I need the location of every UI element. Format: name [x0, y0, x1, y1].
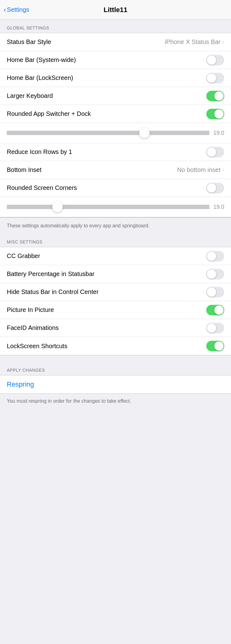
- nav-back-button[interactable]: ‹ Settings: [4, 6, 29, 13]
- hide-status-bar-label: Hide Status Bar in Control Center: [7, 288, 99, 296]
- spacer-before-apply: [0, 355, 231, 362]
- cc-grabber-toggle[interactable]: [206, 251, 224, 261]
- respring-note: You must respring in order for the chang…: [0, 394, 231, 411]
- reduce-icon-rows-label: Reduce Icon Rows by 1: [7, 148, 72, 156]
- rounded-screen-corners-row: Rounded Screen Corners: [0, 179, 231, 197]
- bottom-inset-chevron-icon: ›: [222, 167, 224, 173]
- battery-percentage-toggle[interactable]: [206, 269, 224, 279]
- reduce-icon-rows-toggle-thumb: [207, 147, 216, 157]
- faceid-animations-toggle-thumb: [207, 323, 216, 333]
- rounded-screen-corners-label: Rounded Screen Corners: [7, 184, 77, 191]
- rounded-app-switcher-label: Rounded App Switcher + Dock: [7, 110, 91, 117]
- faceid-animations-label: FaceID Animations: [7, 324, 59, 331]
- global-settings-header: Global Settings: [0, 20, 231, 33]
- slider2-row: 19.0: [0, 197, 231, 217]
- lockscreen-shortcuts-toggle[interactable]: [206, 341, 224, 351]
- home-bar-system-row: Home Bar (System-wide): [0, 51, 231, 69]
- hide-status-bar-toggle[interactable]: [206, 287, 224, 297]
- misc-settings-header: Misc Settings: [0, 234, 231, 247]
- home-bar-lockscreen-row: Home Bar (LockScreen): [0, 69, 231, 87]
- picture-in-picture-label: Picture In Picture: [7, 306, 54, 313]
- larger-keyboard-row: Larger Keyboard: [0, 87, 231, 105]
- apply-changes-header: Apply Changes: [0, 362, 231, 375]
- home-bar-system-toggle-thumb: [207, 55, 216, 65]
- slider2-track: [7, 205, 209, 209]
- slider1-row: 19.0: [0, 123, 231, 143]
- rounded-screen-corners-toggle[interactable]: [206, 183, 224, 193]
- battery-percentage-row: Battery Percentage in Statusbar: [0, 265, 231, 283]
- nav-back-label: Settings: [7, 6, 29, 13]
- larger-keyboard-toggle[interactable]: [206, 91, 224, 101]
- picture-in-picture-toggle[interactable]: [206, 305, 224, 315]
- cc-grabber-label: CC Grabber: [7, 252, 40, 260]
- nav-title: Little11: [104, 6, 127, 14]
- bottom-inset-row[interactable]: Bottom Inset No bottom inset ›: [0, 161, 231, 179]
- larger-keyboard-toggle-thumb: [214, 91, 224, 101]
- rounded-app-switcher-toggle[interactable]: [206, 109, 224, 119]
- slider1-value: 19.0: [213, 130, 224, 136]
- slider1-container[interactable]: [7, 127, 209, 138]
- nav-back-chevron-icon: ‹: [4, 7, 6, 13]
- faceid-animations-row: FaceID Animations: [0, 319, 231, 337]
- respring-label: Respring: [7, 380, 34, 388]
- home-bar-lockscreen-toggle-thumb: [207, 73, 216, 83]
- slider1-track: [7, 131, 209, 135]
- cc-grabber-row: CC Grabber: [0, 247, 231, 265]
- bottom-inset-label: Bottom Inset: [7, 166, 41, 173]
- rounded-app-switcher-row: Rounded App Switcher + Dock: [0, 105, 231, 123]
- lockscreen-shortcuts-label: LockScreen Shortcuts: [7, 343, 67, 350]
- global-settings-note: These settings automatically apply to ev…: [0, 217, 231, 234]
- respring-row[interactable]: Respring: [0, 375, 231, 394]
- bottom-inset-value: No bottom inset ›: [177, 166, 224, 173]
- status-bar-style-row[interactable]: Status Bar Style iPhone X Status Bar ›: [0, 33, 231, 51]
- home-bar-system-toggle[interactable]: [206, 55, 224, 65]
- lockscreen-shortcuts-row: LockScreen Shortcuts: [0, 337, 231, 355]
- battery-percentage-toggle-thumb: [207, 269, 216, 279]
- picture-in-picture-row: Picture In Picture: [0, 301, 231, 319]
- reduce-icon-rows-row: Reduce Icon Rows by 1: [0, 143, 231, 161]
- status-bar-chevron-icon: ›: [222, 39, 224, 45]
- hide-status-bar-row: Hide Status Bar in Control Center: [0, 283, 231, 301]
- picture-in-picture-toggle-thumb: [214, 305, 224, 315]
- hide-status-bar-toggle-thumb: [207, 287, 216, 297]
- slider2-container[interactable]: [7, 201, 209, 212]
- rounded-app-switcher-toggle-thumb: [214, 109, 224, 119]
- home-bar-lockscreen-toggle[interactable]: [206, 73, 224, 83]
- reduce-icon-rows-toggle[interactable]: [206, 147, 224, 157]
- larger-keyboard-label: Larger Keyboard: [7, 92, 53, 99]
- slider2-thumb[interactable]: [52, 202, 63, 212]
- battery-percentage-label: Battery Percentage in Statusbar: [7, 270, 95, 278]
- home-bar-system-label: Home Bar (System-wide): [7, 56, 76, 64]
- faceid-animations-toggle[interactable]: [206, 323, 224, 333]
- status-bar-style-label: Status Bar Style: [7, 38, 51, 46]
- lockscreen-shortcuts-toggle-thumb: [214, 341, 224, 351]
- misc-settings-group: CC Grabber Battery Percentage in Statusb…: [0, 247, 231, 355]
- nav-bar: ‹ Settings Little11: [0, 0, 231, 20]
- cc-grabber-toggle-thumb: [207, 252, 216, 261]
- status-bar-style-value: iPhone X Status Bar ›: [165, 38, 224, 46]
- global-settings-group: Status Bar Style iPhone X Status Bar › H…: [0, 33, 231, 217]
- home-bar-lockscreen-label: Home Bar (LockScreen): [7, 74, 73, 81]
- rounded-screen-corners-toggle-thumb: [207, 183, 216, 193]
- slider2-value: 19.0: [213, 204, 224, 210]
- slider1-thumb[interactable]: [139, 128, 150, 138]
